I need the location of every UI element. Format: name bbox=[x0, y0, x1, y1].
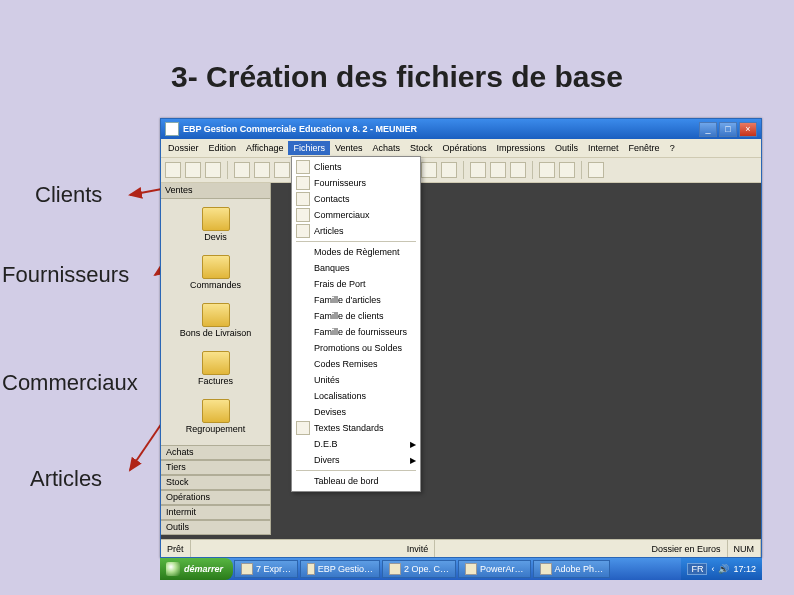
tb-comm-icon[interactable] bbox=[510, 162, 526, 178]
task-powerar[interactable]: PowerAr… bbox=[458, 560, 531, 578]
minimize-button[interactable]: _ bbox=[699, 122, 717, 137]
dd-localisations[interactable]: Localisations bbox=[292, 388, 420, 404]
side-sect-stock[interactable]: Stock bbox=[161, 475, 270, 490]
status-user: Invité bbox=[401, 540, 436, 557]
menu-affichage[interactable]: Affichage bbox=[241, 141, 288, 155]
dd-fournisseurs[interactable]: Fournisseurs bbox=[292, 175, 420, 191]
tb-paste-icon[interactable] bbox=[274, 162, 290, 178]
dd-articles[interactable]: Articles bbox=[292, 223, 420, 239]
side-item-commandes[interactable]: Commandes bbox=[161, 251, 270, 299]
dd-label: D.E.B bbox=[314, 439, 338, 449]
side-sect-intermit[interactable]: Intermit bbox=[161, 505, 270, 520]
tb-client-icon[interactable] bbox=[470, 162, 486, 178]
dd-unites[interactable]: Unités bbox=[292, 372, 420, 388]
side-item-regroup[interactable]: Regroupement bbox=[161, 395, 270, 443]
task-ebp[interactable]: EBP Gestio… bbox=[300, 560, 380, 578]
task-adobe[interactable]: Adobe Ph… bbox=[533, 560, 611, 578]
blank-icon bbox=[296, 341, 310, 355]
dd-label: Frais de Port bbox=[314, 279, 366, 289]
tray-chevron-icon[interactable]: ‹ bbox=[711, 564, 714, 574]
slide-title: 3- Création des fichiers de base bbox=[0, 0, 794, 104]
dd-label: Banques bbox=[314, 263, 350, 273]
doc-icon bbox=[389, 563, 401, 575]
task-label: 2 Ope. C… bbox=[404, 564, 449, 574]
side-item-factures[interactable]: Factures bbox=[161, 347, 270, 395]
dd-commerciaux[interactable]: Commerciaux bbox=[292, 207, 420, 223]
tb-new-icon[interactable] bbox=[165, 162, 181, 178]
folder-icon bbox=[202, 303, 230, 327]
dd-devises[interactable]: Devises bbox=[292, 404, 420, 420]
tray-clock[interactable]: 17:12 bbox=[733, 564, 756, 574]
dd-divers[interactable]: Divers▶ bbox=[292, 452, 420, 468]
tb-open-icon[interactable] bbox=[185, 162, 201, 178]
menu-outils[interactable]: Outils bbox=[550, 141, 583, 155]
dd-deb[interactable]: D.E.B▶ bbox=[292, 436, 420, 452]
dd-clients[interactable]: Clients bbox=[292, 159, 420, 175]
toolbar bbox=[161, 157, 761, 183]
dd-label: Clients bbox=[314, 162, 342, 172]
system-tray: FR ‹ 🔊 17:12 bbox=[681, 558, 762, 580]
tb-cut-icon[interactable] bbox=[234, 162, 250, 178]
tb-misc3-icon[interactable] bbox=[441, 162, 457, 178]
task-label: 7 Expr… bbox=[256, 564, 291, 574]
menu-impressions[interactable]: Impressions bbox=[492, 141, 551, 155]
status-ready: Prêt bbox=[161, 540, 191, 557]
dd-frais-port[interactable]: Frais de Port bbox=[292, 276, 420, 292]
blank-icon bbox=[296, 474, 310, 488]
tb-fourn-icon[interactable] bbox=[490, 162, 506, 178]
dd-fam-articles[interactable]: Famille d'articles bbox=[292, 292, 420, 308]
dd-textes-std[interactable]: Textes Standards bbox=[292, 420, 420, 436]
side-sect-tiers[interactable]: Tiers bbox=[161, 460, 270, 475]
maximize-button[interactable]: □ bbox=[719, 122, 737, 137]
blank-icon bbox=[296, 293, 310, 307]
tb-web-icon[interactable] bbox=[559, 162, 575, 178]
menu-achats[interactable]: Achats bbox=[367, 141, 405, 155]
dd-label: Fournisseurs bbox=[314, 178, 366, 188]
annotation-articles: Articles bbox=[30, 466, 102, 492]
side-item-bl[interactable]: Bons de Livraison bbox=[161, 299, 270, 347]
dd-fam-fourn[interactable]: Famille de fournisseurs bbox=[292, 324, 420, 340]
menu-fenetre[interactable]: Fenêtre bbox=[624, 141, 665, 155]
side-label: Commandes bbox=[190, 281, 241, 291]
tb-copy-icon[interactable] bbox=[254, 162, 270, 178]
dd-tableau-bord[interactable]: Tableau de bord bbox=[292, 473, 420, 489]
folder-icon bbox=[202, 351, 230, 375]
tb-sep bbox=[227, 161, 228, 179]
menu-stock[interactable]: Stock bbox=[405, 141, 438, 155]
dd-label: Promotions ou Soldes bbox=[314, 343, 402, 353]
dd-banques[interactable]: Banques bbox=[292, 260, 420, 276]
tb-sep bbox=[463, 161, 464, 179]
side-sect-achats[interactable]: Achats bbox=[161, 445, 270, 460]
tb-help-icon[interactable] bbox=[588, 162, 604, 178]
windows-taskbar: démarrer 7 Expr… EBP Gestio… 2 Ope. C… P… bbox=[160, 558, 762, 580]
blank-icon bbox=[296, 261, 310, 275]
folder-icon bbox=[202, 399, 230, 423]
titlebar[interactable]: EBP Gestion Commerciale Education v 8. 2… bbox=[161, 119, 761, 139]
tray-lang[interactable]: FR bbox=[687, 563, 707, 575]
side-sect-outils[interactable]: Outils bbox=[161, 520, 270, 535]
dd-fam-clients[interactable]: Famille de clients bbox=[292, 308, 420, 324]
tb-mail-icon[interactable] bbox=[539, 162, 555, 178]
dd-codes-remises[interactable]: Codes Remises bbox=[292, 356, 420, 372]
side-item-devis[interactable]: Devis bbox=[161, 203, 270, 251]
dd-promos[interactable]: Promotions ou Soldes bbox=[292, 340, 420, 356]
menu-internet[interactable]: Internet bbox=[583, 141, 624, 155]
close-button[interactable]: × bbox=[739, 122, 757, 137]
side-sect-ops[interactable]: Opérations bbox=[161, 490, 270, 505]
menu-help[interactable]: ? bbox=[665, 141, 680, 155]
menu-edition[interactable]: Edition bbox=[204, 141, 242, 155]
side-header[interactable]: Ventes bbox=[161, 183, 270, 199]
menu-ventes[interactable]: Ventes bbox=[330, 141, 368, 155]
windows-logo-icon bbox=[166, 562, 180, 576]
dd-modes-reglement[interactable]: Modes de Règlement bbox=[292, 244, 420, 260]
menu-fichiers[interactable]: Fichiers bbox=[288, 141, 330, 155]
task-explorer[interactable]: 7 Expr… bbox=[234, 560, 298, 578]
dd-contacts[interactable]: Contacts bbox=[292, 191, 420, 207]
start-button[interactable]: démarrer bbox=[160, 558, 233, 580]
menu-operations[interactable]: Opérations bbox=[438, 141, 492, 155]
tray-volume-icon[interactable]: 🔊 bbox=[718, 564, 729, 574]
tb-save-icon[interactable] bbox=[205, 162, 221, 178]
task-office[interactable]: 2 Ope. C… bbox=[382, 560, 456, 578]
tb-misc2-icon[interactable] bbox=[421, 162, 437, 178]
menu-dossier[interactable]: Dossier bbox=[163, 141, 204, 155]
